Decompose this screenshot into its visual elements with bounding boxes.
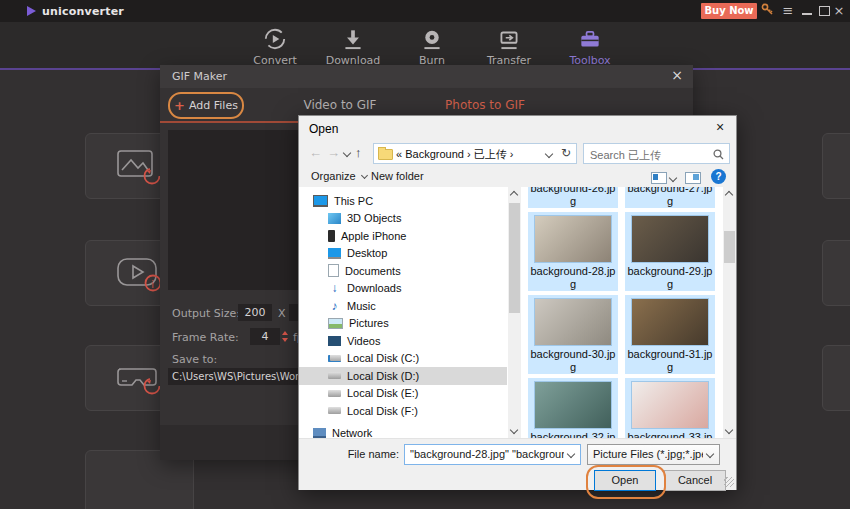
output-size-label: Output Size:: [172, 307, 240, 320]
file-name-label: background-30.jpg: [528, 348, 618, 373]
tree-item[interactable]: Local Disk (C:): [299, 350, 507, 368]
tree-scrollbar[interactable]: [508, 187, 521, 438]
tree-item[interactable]: Network: [299, 425, 507, 439]
file-name-label: background-28.jpg: [528, 265, 618, 290]
nav-tab-transfer[interactable]: Transfer: [470, 26, 548, 67]
minimize-icon[interactable]: [802, 13, 812, 15]
tree-item-label: Documents: [345, 265, 401, 277]
file-item[interactable]: background-31.jpg: [625, 295, 715, 374]
tree-item-label: Downloads: [347, 282, 401, 294]
dialog-title: Open: [309, 122, 338, 136]
frame-rate-label: Frame Rate:: [172, 331, 239, 344]
file-name-label: background-27.jpg: [625, 187, 715, 207]
toolbox-tile[interactable]: [822, 240, 850, 306]
tree-item-icon: [328, 372, 341, 379]
output-width-input[interactable]: [238, 304, 272, 321]
tree-item[interactable]: Desktop: [299, 245, 507, 263]
views-icon[interactable]: [651, 172, 667, 184]
tree-item-label: Pictures: [349, 317, 389, 329]
buy-now-button[interactable]: Buy Now: [701, 3, 757, 19]
svg-text:i: i: [151, 279, 154, 290]
folder-tree: This PC 3D Objects Apple iPhone Desktop: [299, 192, 507, 438]
dialog-close-icon[interactable]: ×: [712, 119, 728, 135]
file-item[interactable]: background-32.jpg: [528, 378, 618, 438]
menu-icon[interactable]: ≡: [780, 3, 796, 19]
maximize-icon[interactable]: [819, 6, 830, 16]
search-placeholder: Search 已上传: [590, 148, 661, 163]
toolbox-tile[interactable]: [822, 133, 850, 199]
tree-item[interactable]: Local Disk (D:): [299, 367, 507, 385]
dialog-navbar: ← → ↑ « Background › 已上传 › ↻ Search 已上传: [299, 141, 736, 167]
nav-tab-convert[interactable]: Convert: [236, 26, 314, 67]
tree-item-icon: [328, 230, 335, 242]
back-icon[interactable]: ←: [309, 145, 322, 160]
transfer-icon: [496, 26, 522, 52]
address-bar[interactable]: « Background › 已上传 › ↻: [373, 143, 577, 164]
file-thumbnail: [631, 381, 709, 429]
up-icon[interactable]: ↑: [355, 145, 362, 160]
tree-item[interactable]: Documents: [299, 262, 507, 280]
tree-item-label: Local Disk (C:): [347, 352, 419, 364]
close-icon[interactable]: ×: [831, 3, 847, 19]
tree-item-icon: [328, 248, 341, 259]
history-chevron-icon[interactable]: [343, 149, 351, 157]
tab-photos-to-gif[interactable]: Photos to GIF: [425, 98, 545, 112]
file-name-field-label: File name:: [299, 448, 399, 460]
dialog-toolbar: Organize New folder ?: [299, 167, 736, 188]
cancel-button[interactable]: Cancel: [664, 470, 726, 491]
add-files-button[interactable]: + Add Files: [168, 92, 244, 119]
tree-item[interactable]: Downloads: [299, 280, 507, 298]
tree-item-label: Local Disk (D:): [347, 370, 419, 382]
file-item[interactable]: background-30.jpg: [528, 295, 618, 374]
video-player-icon: i: [114, 250, 164, 296]
organize-menu[interactable]: Organize: [311, 170, 367, 182]
refresh-icon[interactable]: ↻: [561, 146, 571, 160]
tree-item[interactable]: Local Disk (E:): [299, 385, 507, 403]
tree-item[interactable]: Apple iPhone: [299, 227, 507, 245]
tree-item-label: Videos: [347, 335, 380, 347]
burn-icon: [419, 26, 445, 52]
search-box[interactable]: Search 已上传: [583, 143, 730, 164]
file-item[interactable]: background-26.jpg: [528, 187, 618, 208]
combo-chevron-icon: [706, 450, 714, 458]
nav-tab-download[interactable]: Download: [314, 26, 392, 67]
file-thumbnail: [631, 298, 709, 346]
toolbox-tile[interactable]: [822, 345, 850, 411]
file-item[interactable]: background-33.jpg: [625, 378, 715, 438]
tree-item[interactable]: Videos: [299, 332, 507, 350]
list-scrollbar[interactable]: [723, 187, 736, 438]
file-item[interactable]: background-28.jpg: [528, 212, 618, 291]
file-type-combo[interactable]: Picture Files (*.jpg;*.jpeg;*.png;: [587, 444, 720, 465]
file-name-combo[interactable]: "background-28.jpg" "backgroun: [404, 444, 581, 465]
tree-item[interactable]: Local Disk (F:): [299, 402, 507, 420]
new-folder-button[interactable]: New folder: [371, 170, 424, 182]
forward-icon[interactable]: →: [327, 145, 340, 160]
tree-item-label: Apple iPhone: [341, 230, 406, 242]
tree-item[interactable]: Pictures: [299, 315, 507, 333]
frame-rate-stepper[interactable]: [282, 328, 289, 345]
preview-pane-icon[interactable]: [685, 172, 701, 184]
tree-item[interactable]: Music: [299, 297, 507, 315]
resize-grip[interactable]: [724, 477, 734, 487]
nav-tab-burn[interactable]: Burn: [393, 26, 471, 67]
nav-tab-toolbox[interactable]: Toolbox: [551, 26, 629, 67]
frame-rate-input[interactable]: [250, 328, 280, 345]
file-item[interactable]: background-27.jpg: [625, 187, 715, 208]
main-nav: Convert Download Burn Transfer Toolbox: [0, 22, 850, 68]
tree-item[interactable]: This PC: [299, 192, 507, 210]
address-dropdown-icon[interactable]: [545, 150, 553, 158]
tree-item-label: Desktop: [347, 247, 387, 259]
tree-item[interactable]: 3D Objects: [299, 210, 507, 228]
breadcrumb[interactable]: « Background › 已上传 ›: [396, 147, 513, 162]
views-dropdown-icon[interactable]: [669, 174, 677, 182]
convert-icon: [262, 26, 288, 52]
tab-video-to-gif[interactable]: Video to GIF: [280, 98, 400, 112]
gif-maker-close-icon[interactable]: ×: [669, 67, 685, 83]
tree-item-icon: [328, 282, 341, 294]
file-item[interactable]: background-29.jpg: [625, 212, 715, 291]
help-icon[interactable]: ?: [711, 169, 726, 184]
app-logo-text: uniconverter: [42, 5, 124, 18]
open-file-dialog: Open × ← → ↑ « Background › 已上传 › ↻ Sear…: [298, 115, 737, 490]
register-key-icon[interactable]: [760, 2, 776, 16]
tree-item-icon: [328, 213, 341, 224]
